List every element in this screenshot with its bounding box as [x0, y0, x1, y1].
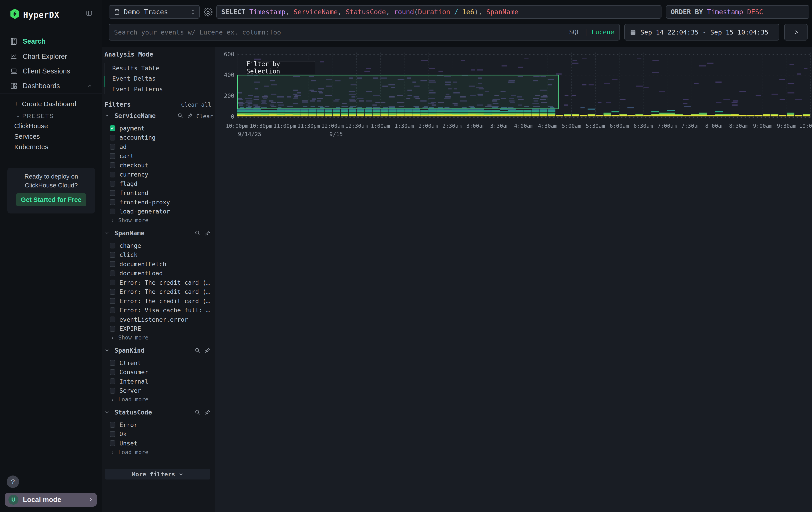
order-by-input[interactable]: ORDER BY Timestamp DESC: [666, 5, 809, 19]
clear-all-button[interactable]: Clear all: [181, 102, 211, 108]
checkbox[interactable]: [110, 388, 115, 394]
source-settings-gear-icon[interactable]: [204, 8, 212, 17]
group-search-icon[interactable]: [195, 347, 201, 353]
show-more-button[interactable]: Show more: [110, 334, 148, 341]
account-menu[interactable]: U Local mode ›: [5, 493, 97, 507]
sidebar-item-services[interactable]: Services: [14, 133, 40, 140]
group-pin-icon[interactable]: [187, 113, 193, 119]
filter-option-checkout[interactable]: checkout: [102, 161, 215, 170]
checkbox[interactable]: [110, 326, 115, 332]
sidebar-collapse-icon[interactable]: [85, 10, 93, 17]
filter-option-payment[interactable]: ✓payment: [102, 124, 215, 133]
filter-option-consumer[interactable]: Consumer: [102, 368, 215, 377]
checkbox[interactable]: [110, 199, 115, 205]
filter-option-ok[interactable]: Ok: [102, 430, 215, 438]
sidebar-item-client-sessions[interactable]: Client Sessions: [0, 65, 102, 78]
checkbox[interactable]: [110, 317, 115, 322]
group-search-icon[interactable]: [195, 230, 201, 236]
filter-option-error-the-credit-card-[interactable]: Error: The credit card (…: [102, 287, 215, 296]
filter-option-documentload[interactable]: documentLoad: [102, 269, 215, 278]
more-filters-button[interactable]: More filters: [105, 469, 210, 480]
select-clause-input[interactable]: SELECT Timestamp, ServiceName, StatusCod…: [216, 5, 662, 19]
filter-option-error-visa-cache-full-[interactable]: Error: Visa cache full: …: [102, 306, 215, 315]
checkbox[interactable]: [110, 252, 115, 258]
lang-sql-toggle[interactable]: SQL: [569, 28, 581, 36]
group-pin-icon[interactable]: [204, 409, 210, 415]
filter-option-accounting[interactable]: accounting: [102, 133, 215, 142]
filter-group-name[interactable]: SpanKind: [115, 347, 145, 354]
presets-toggle[interactable]: PRESETS: [16, 112, 54, 119]
checkbox[interactable]: [110, 369, 115, 375]
event-search-input[interactable]: Search your events w/ Lucene ex. column:…: [109, 24, 620, 41]
show-more-button[interactable]: Show more: [110, 217, 148, 223]
checkbox[interactable]: [110, 153, 115, 159]
checkbox[interactable]: [110, 307, 115, 313]
group-clear-button[interactable]: Clear: [196, 113, 213, 119]
source-select[interactable]: Demo Traces: [109, 5, 200, 19]
run-query-button[interactable]: [784, 24, 808, 41]
chevron-down-icon[interactable]: [104, 348, 110, 353]
filter-group-name[interactable]: SpanName: [115, 230, 145, 237]
group-search-icon[interactable]: [195, 409, 201, 415]
checkbox[interactable]: [110, 298, 115, 304]
checkbox[interactable]: [110, 360, 115, 366]
filter-option-flagd[interactable]: flagd: [102, 179, 215, 188]
checkbox[interactable]: [110, 431, 115, 437]
analysis-mode-results-table[interactable]: Results Table: [112, 65, 159, 72]
checkbox-checked[interactable]: ✓: [110, 125, 115, 131]
chevron-down-icon[interactable]: [104, 409, 110, 415]
chevron-down-icon[interactable]: [104, 113, 110, 118]
checkbox[interactable]: [110, 243, 115, 248]
checkbox[interactable]: [110, 209, 115, 214]
checkbox[interactable]: [110, 422, 115, 428]
filter-option-client[interactable]: Client: [102, 358, 215, 367]
time-range-picker[interactable]: Sep 14 22:04:35 - Sep 15 10:04:35: [624, 24, 779, 41]
load-more-button[interactable]: Load more: [110, 449, 148, 455]
group-search-icon[interactable]: [177, 113, 183, 119]
filter-option-change[interactable]: change: [102, 241, 215, 250]
help-button[interactable]: ?: [7, 476, 19, 488]
checkbox[interactable]: [110, 270, 115, 276]
checkbox[interactable]: [110, 378, 115, 384]
sidebar-item-clickhouse[interactable]: ClickHouse: [14, 122, 48, 130]
load-more-button[interactable]: Load more: [110, 396, 148, 403]
checkbox[interactable]: [110, 190, 115, 196]
filter-option-eventlistener-error[interactable]: eventListener.error: [102, 315, 215, 324]
filter-option-error-the-credit-card-[interactable]: Error: The credit card (…: [102, 297, 215, 305]
filter-option-frontend[interactable]: frontend: [102, 189, 215, 197]
lang-lucene-toggle[interactable]: Lucene: [592, 28, 614, 36]
filter-option-click[interactable]: click: [102, 250, 215, 259]
filter-option-currency[interactable]: currency: [102, 170, 215, 179]
group-pin-icon[interactable]: [204, 347, 210, 353]
checkbox[interactable]: [110, 289, 115, 295]
sidebar-item-chart-explorer[interactable]: Chart Explorer: [0, 50, 102, 63]
checkbox[interactable]: [110, 172, 115, 178]
analysis-mode-event-patterns[interactable]: Event Patterns: [112, 86, 163, 92]
chevron-down-icon[interactable]: [104, 230, 110, 236]
checkbox[interactable]: [110, 279, 115, 286]
checkbox[interactable]: [110, 162, 115, 168]
get-started-button[interactable]: Get Started for Free: [16, 193, 86, 206]
filter-option-internal[interactable]: Internal: [102, 377, 215, 386]
filter-group-name[interactable]: StatusCode: [115, 409, 152, 416]
filter-option-server[interactable]: Server: [102, 386, 215, 395]
filter-option-expire[interactable]: EXPIRE: [102, 324, 215, 333]
checkbox[interactable]: [110, 261, 115, 267]
filter-by-selection-button[interactable]: Filter by Selection: [246, 61, 315, 74]
sidebar-item-kubernetes[interactable]: Kubernetes: [14, 143, 48, 151]
checkbox[interactable]: [110, 144, 115, 150]
filter-option-unset[interactable]: Unset: [102, 439, 215, 448]
filter-option-frontend-proxy[interactable]: frontend-proxy: [102, 198, 215, 207]
filter-option-ad[interactable]: ad: [102, 142, 215, 151]
filter-option-load-generator[interactable]: load-generator: [102, 207, 215, 216]
filter-option-error-the-credit-card-[interactable]: Error: The credit card (…: [102, 278, 215, 287]
filter-option-cart[interactable]: cart: [102, 152, 215, 161]
sidebar-item-dashboards[interactable]: Dashboards: [0, 80, 102, 92]
chevron-up-icon[interactable]: [86, 83, 93, 89]
sidebar-item-search[interactable]: Search: [0, 35, 102, 48]
checkbox[interactable]: [110, 135, 115, 140]
create-dashboard-button[interactable]: + Create Dashboard: [14, 100, 76, 108]
analysis-mode-event-deltas[interactable]: Event Deltas: [112, 75, 156, 82]
checkbox[interactable]: [110, 181, 115, 187]
group-pin-icon[interactable]: [204, 230, 210, 236]
